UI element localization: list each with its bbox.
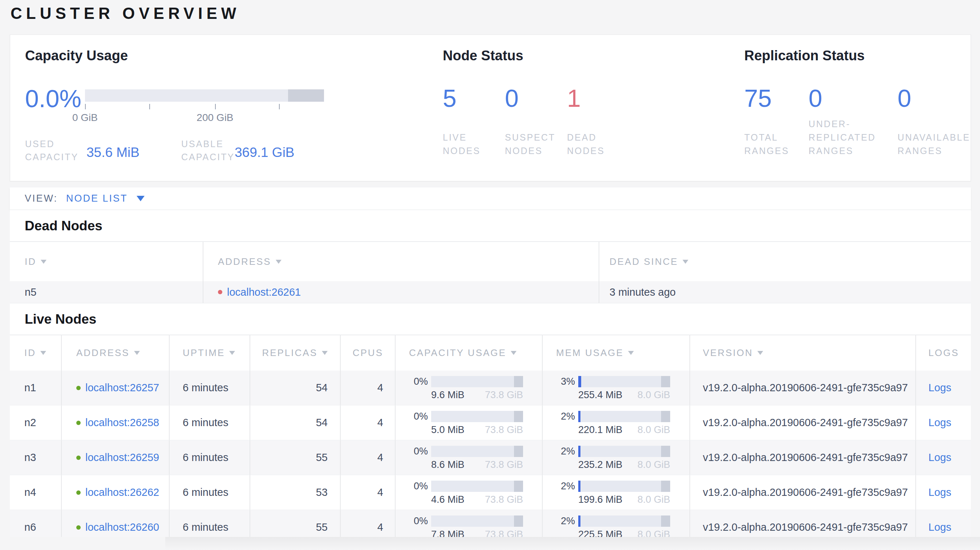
dead-node-address-link[interactable]: localhost:26261: [227, 286, 301, 298]
live-nodes-header-row: ID ADDRESS UPTIME REPLICAS CPUS CAPACITY…: [10, 335, 971, 370]
mem-bar-fill: [578, 515, 581, 527]
live-nodes-table: ID ADDRESS UPTIME REPLICAS CPUS CAPACITY…: [10, 335, 971, 537]
stat-column: 75 TOTAL RANGES: [744, 84, 808, 158]
capacity-used-value: 9.6 MiB: [431, 389, 465, 401]
sort-caret-icon: [229, 351, 235, 355]
mem-mini-bar: [578, 446, 670, 457]
live-node-address-cell: localhost:26258: [62, 405, 170, 440]
live-node-replicas: 55: [250, 440, 341, 475]
sort-caret-icon: [628, 351, 634, 355]
axis-tick: [85, 104, 86, 109]
live-node-logs-cell: Logs: [916, 440, 971, 475]
view-label: VIEW:: [25, 193, 58, 204]
dead-node-address-cell: localhost:26261: [204, 281, 599, 303]
live-node-cpus: 4: [341, 510, 396, 537]
mem-total-value: 8.0 GiB: [638, 529, 670, 537]
sort-caret-icon: [276, 260, 282, 264]
capacity-percent-value: 0.0%: [25, 84, 81, 113]
mem-percent: 2%: [556, 411, 575, 422]
logs-link[interactable]: Logs: [928, 416, 951, 429]
capacity-usage-chart: 0 GiB200 GiB: [85, 89, 324, 124]
capacity-bar-reserved: [514, 446, 523, 457]
live-node-address-link[interactable]: localhost:26262: [85, 486, 159, 498]
logs-link[interactable]: Logs: [928, 451, 951, 464]
stat-value: 1: [567, 84, 629, 112]
stat-value: 75: [744, 84, 808, 112]
live-col-cpus[interactable]: CPUS: [341, 335, 396, 370]
mem-bar-reserved: [661, 515, 670, 527]
stat-label: LIVE NODES: [443, 115, 505, 158]
axis-tick: [279, 104, 280, 109]
live-status-dot-icon: [76, 421, 81, 425]
live-node-address-link[interactable]: localhost:26257: [85, 382, 159, 394]
used-capacity-value: 35.6 MiB: [86, 145, 140, 160]
capacity-bar-reserved-segment: [288, 89, 324, 102]
capacity-bar-reserved: [514, 376, 523, 387]
live-node-uptime: 6 minutes: [170, 510, 250, 537]
live-node-address-link[interactable]: localhost:26260: [85, 521, 159, 533]
live-col-capacity-usage[interactable]: CAPACITY USAGE: [396, 335, 542, 370]
node-status-section: Node Status 5 LIVE NODES 0 SUSPECT NODES…: [443, 35, 733, 181]
live-col-uptime[interactable]: UPTIME: [170, 335, 250, 370]
live-node-row: n2 localhost:26258 6 minutes 54 4 0% 5.0…: [10, 405, 971, 440]
cluster-summary-card: Capacity Usage 0.0% 0 GiB200 GiB USED CA…: [10, 35, 971, 181]
live-col-uptime-label: UPTIME: [183, 347, 225, 359]
live-node-version: v19.2.0-alpha.20190606-2491-gfe735c9a97: [690, 475, 916, 510]
live-col-mem-usage[interactable]: MEM USAGE: [542, 335, 690, 370]
live-node-row: n6 localhost:26260 6 minutes 55 4 0% 7.8…: [10, 510, 971, 537]
live-col-replicas-label: REPLICAS: [262, 347, 317, 359]
live-col-replicas[interactable]: REPLICAS: [250, 335, 341, 370]
live-node-mem-usage: 2% 235.2 MiB 8.0 GiB: [542, 440, 690, 475]
live-node-address-link[interactable]: localhost:26258: [85, 416, 159, 429]
dead-col-id[interactable]: ID: [10, 242, 204, 281]
live-col-version[interactable]: VERSION: [690, 335, 916, 370]
dead-col-dead-since[interactable]: DEAD SINCE: [599, 242, 971, 281]
view-mode-dropdown[interactable]: NODE LIST: [66, 193, 145, 204]
dead-col-address[interactable]: ADDRESS: [204, 242, 599, 281]
live-node-version: v19.2.0-alpha.20190606-2491-gfe735c9a97: [690, 405, 916, 440]
stat-column: 0 UNDER- REPLICATED RANGES: [808, 84, 897, 158]
chevron-down-icon: [137, 196, 145, 201]
mem-percent: 2%: [556, 446, 575, 457]
capacity-usage-section: Capacity Usage 0.0% 0 GiB200 GiB USED CA…: [25, 35, 410, 181]
live-node-address-cell: localhost:26257: [62, 370, 170, 405]
live-node-id: n4: [10, 475, 62, 510]
mem-bar-reserved: [661, 446, 670, 457]
mem-percent: 2%: [556, 515, 575, 527]
live-status-dot-icon: [76, 456, 81, 460]
sort-caret-icon: [134, 351, 140, 355]
logs-link[interactable]: Logs: [928, 486, 951, 498]
live-node-replicas: 55: [250, 510, 341, 537]
live-col-id[interactable]: ID: [10, 335, 62, 370]
logs-link[interactable]: Logs: [928, 382, 951, 394]
live-col-capacity-usage-label: CAPACITY USAGE: [409, 347, 506, 359]
capacity-mini-bar: [431, 446, 523, 457]
capacity-mini-bar: [431, 376, 523, 387]
live-node-id: n2: [10, 405, 62, 440]
live-col-address[interactable]: ADDRESS: [62, 335, 170, 370]
dead-nodes-header-row: ID ADDRESS DEAD SINCE: [10, 241, 971, 281]
logs-link[interactable]: Logs: [928, 521, 951, 533]
mem-used-value: 255.4 MiB: [578, 389, 622, 401]
live-node-uptime: 6 minutes: [170, 440, 250, 475]
live-node-capacity-usage: 0% 8.6 MiB 73.8 GiB: [396, 440, 542, 475]
live-node-logs-cell: Logs: [916, 405, 971, 440]
live-node-capacity-usage: 0% 4.6 MiB 73.8 GiB: [396, 475, 542, 510]
mem-total-value: 8.0 GiB: [638, 494, 670, 505]
live-node-mem-usage: 2% 225.5 MiB 8.0 GiB: [542, 510, 690, 537]
capacity-usage-title: Capacity Usage: [25, 48, 128, 64]
live-node-cpus: 4: [341, 440, 396, 475]
capacity-total-value: 73.8 GiB: [485, 529, 523, 537]
capacity-percent: 0%: [409, 515, 428, 527]
live-node-row: n1 localhost:26257 6 minutes 54 4 0% 9.6…: [10, 370, 971, 405]
stat-value: 0: [808, 84, 897, 112]
capacity-percent: 0%: [409, 411, 428, 422]
view-selector-bar: VIEW: NODE LIST: [10, 188, 971, 210]
mem-bar-fill: [578, 446, 581, 457]
mem-bar-fill: [578, 481, 581, 492]
sort-caret-icon: [511, 351, 517, 355]
stat-column: 0 UNAVAILABLE RANGES: [897, 84, 970, 158]
view-mode-selected: NODE LIST: [66, 193, 128, 204]
live-node-address-link[interactable]: localhost:26259: [85, 451, 159, 464]
live-node-replicas: 54: [250, 370, 341, 405]
